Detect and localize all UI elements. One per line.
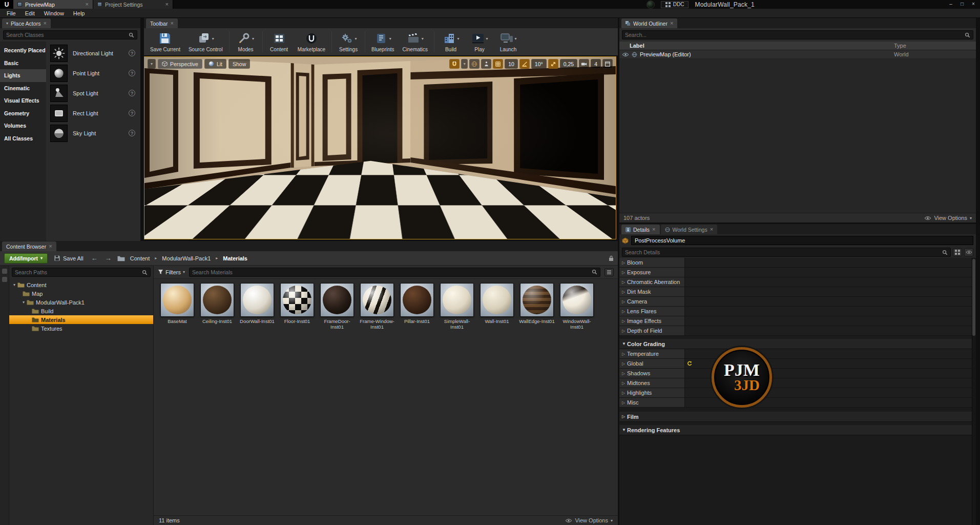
close-tab-icon[interactable]: ×	[86, 2, 89, 7]
help-icon[interactable]: ?	[149, 228, 156, 235]
asset-wall-inst01[interactable]: Wall-Inst01	[478, 283, 515, 330]
details-row-highlights[interactable]: ▷Highlights	[619, 388, 972, 398]
scale-snap-button[interactable]	[548, 59, 558, 69]
details-row-camera[interactable]: ▷Camera	[619, 297, 972, 307]
search-paths-input[interactable]	[15, 269, 140, 275]
world-outliner-tab[interactable]: World Outliner ×	[621, 18, 677, 28]
maximize-viewport-button[interactable]	[602, 59, 613, 69]
expander-icon[interactable]: ▾	[13, 282, 15, 287]
search-classes-input[interactable]	[6, 32, 127, 38]
asset-frame-window-inst01[interactable]: Frame-Window-Inst01	[359, 283, 395, 330]
collections-toggle-icon[interactable]	[2, 277, 7, 282]
details-row-shadows[interactable]: ▷Shadows	[619, 369, 972, 378]
folder-row-modularwall-pack1[interactable]: ▾ ModularWall-Pack1	[9, 298, 153, 307]
close-tab-icon[interactable]: ×	[43, 21, 46, 26]
details-row-image-effects[interactable]: ▷Image Effects	[619, 316, 972, 326]
reset-to-default-icon[interactable]	[687, 361, 692, 366]
search-assets-input[interactable]	[192, 269, 590, 275]
toolbar-tab[interactable]: Toolbar ×	[146, 18, 178, 28]
search-details-input[interactable]	[625, 249, 940, 255]
grid-snap-button[interactable]	[493, 59, 503, 69]
settings-button[interactable]: ▾ Settings	[334, 29, 363, 55]
collapse-triangle-icon[interactable]: ▼	[622, 341, 627, 346]
asset-simplewall-inst01[interactable]: SimpleWall-Inst01	[439, 283, 475, 330]
asset-floor-inst01[interactable]: Floor-Inst01	[279, 283, 316, 330]
outliner-search-input[interactable]	[625, 32, 963, 38]
outliner-empty-area[interactable]	[619, 59, 976, 213]
sources-toggle-icon[interactable]	[2, 269, 7, 274]
close-tab-icon[interactable]: ×	[49, 244, 52, 249]
show-button[interactable]: Show	[228, 59, 250, 69]
outliner-row-previewmap[interactable]: PreviewMap (Editor) World	[619, 50, 976, 59]
item-sky-light[interactable]: Sky Light ?	[46, 123, 140, 143]
ddc-button[interactable]: DDC	[661, 1, 689, 8]
object-name-field[interactable]: PostProcessVolume	[631, 236, 973, 245]
maximize-button[interactable]: □	[956, 0, 968, 9]
item-rect-light[interactable]: Rect Light ?	[46, 103, 140, 123]
camera-speed-value[interactable]: 4	[591, 59, 601, 69]
scale-snap-value[interactable]: 0,25	[560, 59, 577, 69]
close-tab-icon[interactable]: ×	[170, 21, 173, 26]
close-tab-icon[interactable]: ×	[670, 21, 673, 26]
expand-triangle-icon[interactable]: ▷	[622, 381, 627, 386]
expander-icon[interactable]: ▾	[23, 300, 25, 305]
place-actors-tab[interactable]: ▾ Place Actors ×	[2, 18, 51, 28]
details-category-film[interactable]: ▷Film	[619, 412, 972, 422]
saved-filters-icon[interactable]	[604, 268, 614, 276]
expand-triangle-icon[interactable]: ▷	[622, 361, 627, 366]
menu-help[interactable]: Help	[69, 10, 90, 16]
folder-row-build[interactable]: Build	[9, 307, 153, 315]
filters-button[interactable]: Filters ▾	[158, 269, 185, 275]
content-browser-tab[interactable]: Content Browser ×	[2, 241, 56, 251]
expand-triangle-icon[interactable]: ▷	[622, 280, 627, 285]
item-spot-light[interactable]: Spot Light ?	[46, 83, 140, 103]
details-row-exposure[interactable]: ▷Exposure	[619, 268, 972, 277]
asset-pillar-inst01[interactable]: Pillar-Inst01	[399, 283, 435, 330]
cinematics-button[interactable]: ▾ Cinematics	[399, 29, 432, 55]
save-current-button[interactable]: Save Current	[146, 29, 184, 55]
search-assets-box[interactable]	[189, 268, 600, 277]
expand-triangle-icon[interactable]: ▷	[622, 371, 627, 376]
close-tab-icon[interactable]: ×	[165, 2, 169, 7]
search-paths-box[interactable]	[12, 268, 151, 277]
close-tab-icon[interactable]: ×	[652, 227, 655, 232]
expand-triangle-icon[interactable]: ▷	[622, 352, 627, 356]
expand-triangle-icon[interactable]: ▷	[622, 299, 627, 304]
folder-row-content[interactable]: ▾ Content	[9, 280, 153, 289]
tab-project-settings[interactable]: Project Settings ×	[93, 0, 173, 9]
menu-file[interactable]: File	[2, 10, 20, 16]
modes-button[interactable]: ▾ Modes	[232, 29, 260, 55]
breadcrumb-pack[interactable]: ModularWall-Pack1	[161, 255, 212, 261]
expand-triangle-icon[interactable]: ▷	[622, 414, 627, 419]
category-basic[interactable]: Basic	[0, 57, 46, 70]
viewport[interactable]: ▾ Perspective Lit Show ▾	[144, 56, 616, 239]
view-options-button[interactable]: View Options ▾	[565, 517, 613, 523]
category-cinematic[interactable]: Cinematic	[0, 82, 46, 95]
details-row-depth-of-field[interactable]: ▷Depth of Field	[619, 326, 972, 336]
folder-row-materials[interactable]: Materials	[9, 315, 153, 324]
help-icon[interactable]: ?	[129, 70, 135, 76]
asset-basemat[interactable]: BaseMat	[159, 283, 196, 330]
folder-row-map[interactable]: Map	[9, 289, 153, 298]
details-row-misc[interactable]: ▷Misc	[619, 398, 972, 408]
tab-previewmap[interactable]: PreviewMap ×	[13, 0, 93, 9]
snap-options-dropdown[interactable]: ▾	[461, 59, 468, 69]
expand-triangle-icon[interactable]: ▷	[622, 270, 627, 275]
launch-button[interactable]: ▾ Launch	[494, 29, 523, 55]
content-button[interactable]: Content	[265, 29, 294, 55]
details-category-rendering-features[interactable]: ▼Rendering Features	[619, 425, 972, 435]
grid-snap-value[interactable]: 10	[505, 59, 518, 69]
details-tab[interactable]: Details ×	[621, 225, 660, 234]
expand-triangle-icon[interactable]: ▷	[622, 329, 627, 333]
rotation-snap-button[interactable]	[519, 59, 530, 69]
save-all-button[interactable]: Save All	[52, 255, 86, 261]
help-icon[interactable]: ?	[129, 130, 135, 136]
view-options-button[interactable]: View Options ▾	[924, 215, 972, 221]
details-category-color-grading[interactable]: ▼Color Grading	[619, 339, 972, 349]
category-volumes[interactable]: Volumes	[0, 119, 46, 132]
camera-mode-button[interactable]: Perspective	[158, 59, 202, 69]
category-visual-effects[interactable]: Visual Effects	[0, 94, 46, 107]
expand-triangle-icon[interactable]: ▷	[622, 319, 627, 324]
back-arrow-icon[interactable]: ←	[90, 254, 99, 262]
folder-row-textures[interactable]: Textures	[9, 324, 153, 333]
